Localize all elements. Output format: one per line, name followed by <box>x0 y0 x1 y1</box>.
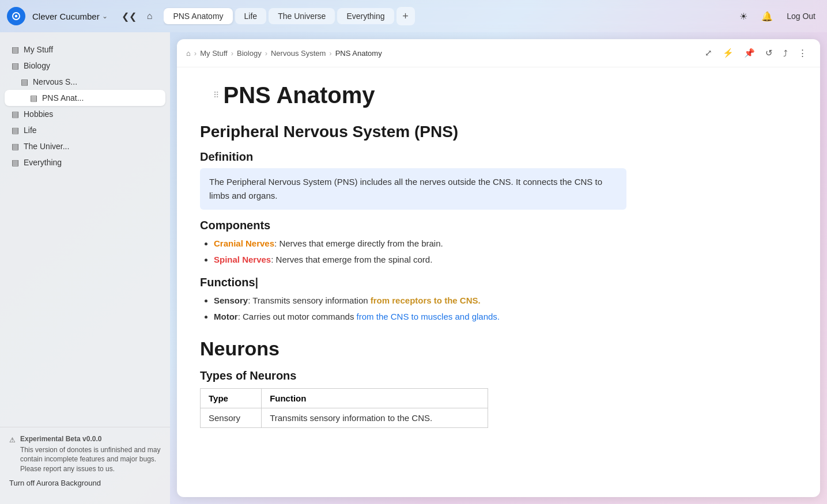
breadcrumb-actions: ⤢ ⚡ 📌 ↺ ⤴ ⋮ <box>701 45 811 61</box>
logout-button[interactable]: Log Out <box>782 9 820 23</box>
breadcrumb-my-stuff[interactable]: My Stuff <box>200 49 227 58</box>
doc-icon: ▤ <box>30 93 37 103</box>
expand-icon-button[interactable]: ⤢ <box>701 45 716 61</box>
topbar: Clever Cucumber ⌄ ❮❮ ⌂ PNS Anatomy Life … <box>0 0 827 32</box>
neurons-table: Type Function Sensory Transmits sensory … <box>200 388 488 428</box>
list-item-sensory: Sensory: Transmits sensory information f… <box>214 294 626 308</box>
drag-handle[interactable]: ⠿ <box>213 90 219 100</box>
theme-toggle-button[interactable]: ☀ <box>735 7 752 25</box>
sensory-link: from receptors to the CNS. <box>371 295 481 305</box>
sidebar: ▤ My Stuff ▤ Biology ▤ Nervous S... ▤ PN… <box>0 32 170 504</box>
doc-icon: ▤ <box>12 158 19 167</box>
bolt-button[interactable]: ⚡ <box>719 45 738 61</box>
tab-the-universe[interactable]: The Universe <box>269 8 335 24</box>
doc-icon: ▤ <box>12 45 19 54</box>
col-function: Function <box>262 389 488 408</box>
sidebar-item-hobbies[interactable]: ▤ Hobbies <box>5 106 165 122</box>
content-area[interactable]: ⌂ › My Stuff › Biology › Nervous System … <box>170 32 827 504</box>
sensory-label: Sensory <box>214 295 248 305</box>
list-item-motor: Motor: Carries out motor commands from t… <box>214 310 626 324</box>
add-tab-button[interactable]: + <box>396 7 415 25</box>
types-of-neurons-heading: Types of Neurons <box>200 369 626 382</box>
nav-back-button[interactable]: ❮❮ <box>117 7 141 25</box>
breadcrumb-pns-anatomy: PNS Anatomy <box>335 49 382 58</box>
page-title-row: + ⠿ PNS Anatomy <box>200 81 626 109</box>
functions-list: Sensory: Transmits sensory information f… <box>200 294 626 324</box>
page-title: PNS Anatomy <box>224 81 375 109</box>
spinal-nerves-label: Spinal Nerves <box>214 255 271 264</box>
app-dropdown-icon: ⌄ <box>102 12 108 20</box>
sidebar-item-pns-anatomy[interactable]: ▤ PNS Anat... <box>5 90 165 106</box>
turn-off-aurora-button[interactable]: Turn off Aurora Background <box>9 474 101 487</box>
list-item-cranial: Cranial Nerves: Nerves that emerge direc… <box>214 237 626 251</box>
sidebar-item-biology[interactable]: ▤ Biology <box>5 58 165 74</box>
motor-label: Motor <box>214 312 238 321</box>
functions-text: Functions <box>200 276 258 289</box>
history-button[interactable]: ↺ <box>761 45 777 61</box>
cell-type: Sensory <box>201 408 262 428</box>
svg-point-1 <box>15 15 18 18</box>
tab-everything[interactable]: Everything <box>337 8 394 24</box>
sidebar-item-everything[interactable]: ▤ Everything <box>5 154 165 170</box>
table-header-row: Type Function <box>201 389 488 408</box>
notifications-button[interactable]: 🔔 <box>757 7 777 25</box>
tab-pns-anatomy[interactable]: PNS Anatomy <box>164 8 232 24</box>
breadcrumb-home[interactable]: ⌂ <box>186 49 191 58</box>
sidebar-item-the-universe[interactable]: ▤ The Univer... <box>5 138 165 154</box>
doc-icon: ▤ <box>21 77 28 86</box>
section-pns-heading: Peripheral Nervous System (PNS) <box>200 123 626 141</box>
sidebar-item-life[interactable]: ▤ Life <box>5 122 165 138</box>
components-list: Cranial Nerves: Nerves that emerge direc… <box>200 237 626 267</box>
app-name[interactable]: Clever Cucumber ⌄ <box>32 12 108 21</box>
tab-life[interactable]: Life <box>235 8 267 24</box>
breadcrumb-nervous-system[interactable]: Nervous System <box>271 49 326 58</box>
table-row: Sensory Transmits sensory information to… <box>201 408 488 428</box>
main-layout: ▤ My Stuff ▤ Biology ▤ Nervous S... ▤ PN… <box>0 32 827 504</box>
sidebar-item-my-stuff[interactable]: ▤ My Stuff <box>5 41 165 58</box>
share-button[interactable]: ⤴ <box>779 46 792 61</box>
motor-link: from the CNS to muscles and glands. <box>357 312 500 321</box>
pin-button[interactable]: 📌 <box>740 45 759 61</box>
nav-arrows: ❮❮ ⌂ <box>117 7 157 25</box>
doc-icon: ▤ <box>12 142 19 151</box>
col-type: Type <box>201 389 262 408</box>
topbar-right: ☀ 🔔 Log Out <box>735 7 820 25</box>
beta-description: This version of donotes is unfinished an… <box>20 445 161 474</box>
section-functions-heading: Functions <box>200 276 626 289</box>
breadcrumb-biology[interactable]: Biology <box>237 49 262 58</box>
page-container: ⌂ › My Stuff › Biology › Nervous System … <box>177 39 820 497</box>
cell-function: Transmits sensory information to the CNS… <box>262 408 488 428</box>
breadcrumb-bar: ⌂ › My Stuff › Biology › Nervous System … <box>177 39 820 67</box>
warning-icon: ⚠ <box>9 435 16 445</box>
list-item-spinal: Spinal Nerves: Nerves that emerge from t… <box>214 253 626 267</box>
beta-warning: ⚠ Experimental Beta v0.0.0 This version … <box>9 434 161 474</box>
beta-title: Experimental Beta v0.0.0 <box>20 434 161 444</box>
app-logo <box>7 7 25 25</box>
doc-icon: ▤ <box>12 61 19 70</box>
doc-icon: ▤ <box>12 126 19 135</box>
page-content: + ⠿ PNS Anatomy Peripheral Nervous Syste… <box>177 67 649 448</box>
cranial-nerves-label: Cranial Nerves <box>214 238 274 248</box>
tabs-area: PNS Anatomy Life The Universe Everything… <box>164 7 726 25</box>
home-button[interactable]: ⌂ <box>142 7 157 25</box>
sidebar-nav: ▤ My Stuff ▤ Biology ▤ Nervous S... ▤ PN… <box>0 41 170 427</box>
more-button[interactable]: ⋮ <box>794 45 811 61</box>
neurons-heading: Neurons <box>200 338 626 360</box>
section-components-heading: Components <box>200 219 626 232</box>
definition-block: The Peripheral Nervous System (PNS) incl… <box>200 168 626 210</box>
sidebar-footer: ⚠ Experimental Beta v0.0.0 This version … <box>0 427 170 495</box>
doc-icon: ▤ <box>12 109 19 119</box>
sidebar-item-nervous-system[interactable]: ▤ Nervous S... <box>5 74 165 90</box>
section-definition-heading: Definition <box>200 150 626 164</box>
